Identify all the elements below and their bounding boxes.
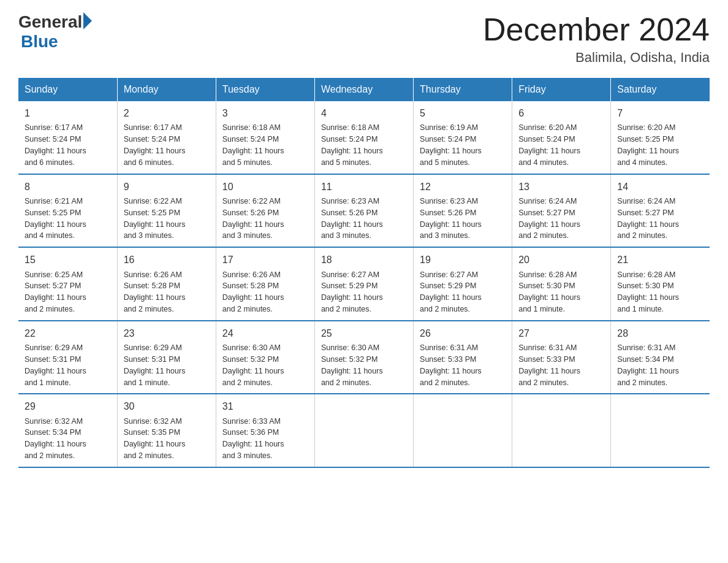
week-row-5: 29Sunrise: 6:32 AM Sunset: 5:34 PM Dayli… bbox=[18, 394, 710, 467]
calendar-cell: 21Sunrise: 6:28 AM Sunset: 5:30 PM Dayli… bbox=[611, 247, 710, 321]
day-info: Sunrise: 6:21 AM Sunset: 5:25 PM Dayligh… bbox=[25, 197, 86, 240]
header-day-wednesday: Wednesday bbox=[314, 78, 413, 101]
day-number: 9 bbox=[124, 180, 210, 194]
day-number: 25 bbox=[321, 326, 407, 340]
day-number: 6 bbox=[518, 106, 604, 120]
calendar-cell: 25Sunrise: 6:30 AM Sunset: 5:32 PM Dayli… bbox=[314, 321, 413, 394]
calendar-cell: 27Sunrise: 6:31 AM Sunset: 5:33 PM Dayli… bbox=[512, 321, 611, 394]
calendar-cell: 13Sunrise: 6:24 AM Sunset: 5:27 PM Dayli… bbox=[512, 174, 611, 248]
day-info: Sunrise: 6:20 AM Sunset: 5:24 PM Dayligh… bbox=[518, 123, 580, 167]
logo-general-text: General bbox=[18, 12, 82, 32]
calendar-cell: 24Sunrise: 6:30 AM Sunset: 5:32 PM Dayli… bbox=[216, 321, 314, 394]
calendar-cell: 23Sunrise: 6:29 AM Sunset: 5:31 PM Dayli… bbox=[117, 321, 216, 394]
calendar-cell: 19Sunrise: 6:27 AM Sunset: 5:29 PM Dayli… bbox=[414, 247, 512, 321]
calendar-cell: 2Sunrise: 6:17 AM Sunset: 5:24 PM Daylig… bbox=[117, 101, 216, 174]
calendar-cell: 3Sunrise: 6:18 AM Sunset: 5:24 PM Daylig… bbox=[216, 101, 314, 174]
calendar-cell: 9Sunrise: 6:22 AM Sunset: 5:25 PM Daylig… bbox=[117, 174, 216, 248]
day-info: Sunrise: 6:22 AM Sunset: 5:25 PM Dayligh… bbox=[124, 197, 186, 240]
day-info: Sunrise: 6:23 AM Sunset: 5:26 PM Dayligh… bbox=[420, 197, 482, 240]
calendar-cell: 7Sunrise: 6:20 AM Sunset: 5:25 PM Daylig… bbox=[611, 101, 710, 174]
day-number: 12 bbox=[420, 180, 506, 194]
day-info: Sunrise: 6:28 AM Sunset: 5:30 PM Dayligh… bbox=[617, 270, 679, 314]
week-row-3: 15Sunrise: 6:25 AM Sunset: 5:27 PM Dayli… bbox=[18, 247, 710, 321]
calendar-title: December 2024 bbox=[483, 12, 710, 47]
day-number: 27 bbox=[518, 326, 604, 340]
day-info: Sunrise: 6:20 AM Sunset: 5:25 PM Dayligh… bbox=[617, 123, 679, 167]
calendar-cell: 15Sunrise: 6:25 AM Sunset: 5:27 PM Dayli… bbox=[18, 247, 117, 321]
day-number: 4 bbox=[321, 106, 407, 120]
day-info: Sunrise: 6:30 AM Sunset: 5:32 PM Dayligh… bbox=[222, 343, 284, 387]
day-number: 15 bbox=[25, 253, 111, 267]
day-number: 5 bbox=[420, 106, 506, 120]
header-day-friday: Friday bbox=[512, 78, 611, 101]
header-day-thursday: Thursday bbox=[414, 78, 512, 101]
week-row-2: 8Sunrise: 6:21 AM Sunset: 5:25 PM Daylig… bbox=[18, 174, 710, 248]
day-number: 19 bbox=[420, 253, 506, 267]
calendar-cell: 8Sunrise: 6:21 AM Sunset: 5:25 PM Daylig… bbox=[18, 174, 117, 248]
day-number: 18 bbox=[321, 253, 407, 267]
calendar-cell: 30Sunrise: 6:32 AM Sunset: 5:35 PM Dayli… bbox=[117, 394, 216, 467]
calendar-cell: 17Sunrise: 6:26 AM Sunset: 5:28 PM Dayli… bbox=[216, 247, 314, 321]
day-number: 30 bbox=[124, 399, 210, 413]
week-row-1: 1Sunrise: 6:17 AM Sunset: 5:24 PM Daylig… bbox=[18, 101, 710, 174]
calendar-cell: 6Sunrise: 6:20 AM Sunset: 5:24 PM Daylig… bbox=[512, 101, 611, 174]
day-info: Sunrise: 6:26 AM Sunset: 5:28 PM Dayligh… bbox=[124, 270, 186, 314]
day-number: 28 bbox=[617, 326, 703, 340]
day-number: 14 bbox=[617, 180, 703, 194]
day-number: 8 bbox=[25, 180, 111, 194]
day-info: Sunrise: 6:17 AM Sunset: 5:24 PM Dayligh… bbox=[25, 123, 86, 167]
day-number: 24 bbox=[222, 326, 308, 340]
calendar-cell: 28Sunrise: 6:31 AM Sunset: 5:34 PM Dayli… bbox=[611, 321, 710, 394]
day-number: 2 bbox=[124, 106, 210, 120]
day-info: Sunrise: 6:29 AM Sunset: 5:31 PM Dayligh… bbox=[25, 343, 86, 387]
calendar-cell: 18Sunrise: 6:27 AM Sunset: 5:29 PM Dayli… bbox=[314, 247, 413, 321]
day-info: Sunrise: 6:28 AM Sunset: 5:30 PM Dayligh… bbox=[518, 270, 580, 314]
page-header: General Blue December 2024 Balimila, Odi… bbox=[18, 12, 710, 66]
header-row: SundayMondayTuesdayWednesdayThursdayFrid… bbox=[18, 78, 710, 101]
calendar-subtitle: Balimila, Odisha, India bbox=[483, 50, 710, 66]
header-day-tuesday: Tuesday bbox=[216, 78, 314, 101]
calendar-cell: 10Sunrise: 6:22 AM Sunset: 5:26 PM Dayli… bbox=[216, 174, 314, 248]
header-day-sunday: Sunday bbox=[18, 78, 117, 101]
day-info: Sunrise: 6:32 AM Sunset: 5:34 PM Dayligh… bbox=[25, 417, 86, 461]
day-number: 20 bbox=[518, 253, 604, 267]
day-info: Sunrise: 6:23 AM Sunset: 5:26 PM Dayligh… bbox=[321, 197, 383, 240]
calendar-cell: 22Sunrise: 6:29 AM Sunset: 5:31 PM Dayli… bbox=[18, 321, 117, 394]
header-day-saturday: Saturday bbox=[611, 78, 710, 101]
calendar-cell bbox=[512, 394, 611, 467]
day-info: Sunrise: 6:30 AM Sunset: 5:32 PM Dayligh… bbox=[321, 343, 383, 387]
calendar-cell bbox=[611, 394, 710, 467]
day-info: Sunrise: 6:32 AM Sunset: 5:35 PM Dayligh… bbox=[124, 417, 186, 461]
day-number: 31 bbox=[222, 399, 308, 413]
day-number: 3 bbox=[222, 106, 308, 120]
header-day-monday: Monday bbox=[117, 78, 216, 101]
day-number: 21 bbox=[617, 253, 703, 267]
calendar-cell: 4Sunrise: 6:18 AM Sunset: 5:24 PM Daylig… bbox=[314, 101, 413, 174]
calendar-cell: 26Sunrise: 6:31 AM Sunset: 5:33 PM Dayli… bbox=[414, 321, 512, 394]
day-number: 13 bbox=[518, 180, 604, 194]
day-info: Sunrise: 6:25 AM Sunset: 5:27 PM Dayligh… bbox=[25, 270, 86, 314]
day-number: 10 bbox=[222, 180, 308, 194]
calendar-table: SundayMondayTuesdayWednesdayThursdayFrid… bbox=[18, 78, 710, 468]
day-info: Sunrise: 6:18 AM Sunset: 5:24 PM Dayligh… bbox=[321, 123, 383, 167]
calendar-cell: 31Sunrise: 6:33 AM Sunset: 5:36 PM Dayli… bbox=[216, 394, 314, 467]
day-info: Sunrise: 6:17 AM Sunset: 5:24 PM Dayligh… bbox=[124, 123, 186, 167]
calendar-cell: 29Sunrise: 6:32 AM Sunset: 5:34 PM Dayli… bbox=[18, 394, 117, 467]
day-info: Sunrise: 6:18 AM Sunset: 5:24 PM Dayligh… bbox=[222, 123, 284, 167]
day-info: Sunrise: 6:31 AM Sunset: 5:33 PM Dayligh… bbox=[420, 343, 482, 387]
day-number: 23 bbox=[124, 326, 210, 340]
calendar-cell: 20Sunrise: 6:28 AM Sunset: 5:30 PM Dayli… bbox=[512, 247, 611, 321]
calendar-cell: 14Sunrise: 6:24 AM Sunset: 5:27 PM Dayli… bbox=[611, 174, 710, 248]
calendar-cell: 5Sunrise: 6:19 AM Sunset: 5:24 PM Daylig… bbox=[414, 101, 512, 174]
day-info: Sunrise: 6:31 AM Sunset: 5:34 PM Dayligh… bbox=[617, 343, 679, 387]
day-number: 7 bbox=[617, 106, 703, 120]
day-number: 11 bbox=[321, 180, 407, 194]
day-info: Sunrise: 6:27 AM Sunset: 5:29 PM Dayligh… bbox=[321, 270, 383, 314]
day-info: Sunrise: 6:24 AM Sunset: 5:27 PM Dayligh… bbox=[617, 197, 679, 240]
day-info: Sunrise: 6:27 AM Sunset: 5:29 PM Dayligh… bbox=[420, 270, 482, 314]
logo: General Blue bbox=[18, 12, 92, 52]
day-number: 17 bbox=[222, 253, 308, 267]
calendar-cell: 12Sunrise: 6:23 AM Sunset: 5:26 PM Dayli… bbox=[414, 174, 512, 248]
day-number: 22 bbox=[25, 326, 111, 340]
week-row-4: 22Sunrise: 6:29 AM Sunset: 5:31 PM Dayli… bbox=[18, 321, 710, 394]
